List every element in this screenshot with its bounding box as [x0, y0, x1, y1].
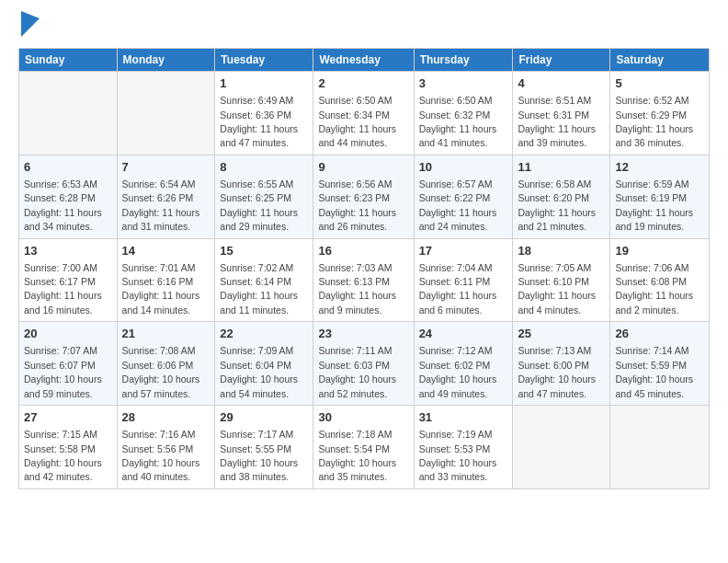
logo: [18, 15, 40, 37]
logo-icon: [21, 11, 40, 37]
header: [18, 15, 710, 37]
calendar-day-cell: 16Sunrise: 7:03 AM Sunset: 6:13 PM Dayli…: [313, 238, 414, 322]
day-info: Sunrise: 7:16 AM Sunset: 5:56 PM Dayligh…: [122, 429, 200, 482]
day-number: 31: [419, 409, 508, 426]
day-number: 10: [419, 159, 508, 176]
day-info: Sunrise: 7:03 AM Sunset: 6:13 PM Dayligh…: [318, 262, 396, 316]
calendar-week-row: 6Sunrise: 6:53 AM Sunset: 6:28 PM Daylig…: [19, 155, 710, 238]
day-number: 24: [419, 326, 508, 342]
calendar-day-cell: 26Sunrise: 7:14 AM Sunset: 5:59 PM Dayli…: [610, 322, 710, 406]
day-number: 19: [615, 243, 704, 259]
day-info: Sunrise: 7:09 AM Sunset: 6:04 PM Dayligh…: [220, 345, 298, 398]
day-number: 8: [220, 159, 308, 176]
calendar-day-cell: 25Sunrise: 7:13 AM Sunset: 6:00 PM Dayli…: [513, 322, 610, 406]
calendar-week-row: 1Sunrise: 6:49 AM Sunset: 6:36 PM Daylig…: [19, 72, 710, 155]
day-number: 30: [318, 409, 408, 426]
day-number: 5: [615, 75, 704, 92]
calendar-day-cell: 6Sunrise: 6:53 AM Sunset: 6:28 PM Daylig…: [19, 155, 118, 238]
day-number: 17: [419, 243, 508, 259]
day-number: 11: [518, 159, 605, 176]
day-info: Sunrise: 7:06 AM Sunset: 6:08 PM Dayligh…: [615, 262, 693, 316]
calendar-day-cell: [19, 72, 118, 155]
day-number: 4: [518, 75, 605, 92]
day-number: 1: [220, 75, 308, 92]
calendar-day-cell: 10Sunrise: 6:57 AM Sunset: 6:22 PM Dayli…: [414, 155, 513, 238]
weekday-header: Saturday: [610, 49, 710, 72]
calendar-table: SundayMondayTuesdayWednesdayThursdayFrid…: [18, 48, 710, 489]
day-number: 20: [24, 326, 112, 342]
calendar-day-cell: 29Sunrise: 7:17 AM Sunset: 5:55 PM Dayli…: [215, 406, 313, 489]
day-info: Sunrise: 6:50 AM Sunset: 6:32 PM Dayligh…: [419, 95, 497, 148]
day-info: Sunrise: 6:56 AM Sunset: 6:23 PM Dayligh…: [318, 178, 396, 232]
day-info: Sunrise: 7:02 AM Sunset: 6:14 PM Dayligh…: [220, 262, 298, 316]
calendar-day-cell: 22Sunrise: 7:09 AM Sunset: 6:04 PM Dayli…: [215, 322, 313, 406]
day-number: 18: [518, 243, 605, 259]
day-number: 7: [122, 159, 210, 176]
day-number: 12: [615, 159, 704, 176]
calendar-day-cell: 4Sunrise: 6:51 AM Sunset: 6:31 PM Daylig…: [513, 72, 610, 155]
day-number: 9: [318, 159, 408, 176]
calendar-week-row: 27Sunrise: 7:15 AM Sunset: 5:58 PM Dayli…: [19, 406, 710, 489]
day-info: Sunrise: 6:49 AM Sunset: 6:36 PM Dayligh…: [220, 95, 298, 148]
day-number: 23: [318, 326, 408, 342]
day-info: Sunrise: 7:12 AM Sunset: 6:02 PM Dayligh…: [419, 345, 497, 398]
day-info: Sunrise: 6:50 AM Sunset: 6:34 PM Dayligh…: [318, 95, 396, 148]
calendar-day-cell: 21Sunrise: 7:08 AM Sunset: 6:06 PM Dayli…: [117, 322, 215, 406]
calendar-week-row: 20Sunrise: 7:07 AM Sunset: 6:07 PM Dayli…: [19, 322, 710, 406]
weekday-header: Sunday: [19, 49, 118, 72]
day-number: 15: [220, 243, 308, 259]
calendar-day-cell: 15Sunrise: 7:02 AM Sunset: 6:14 PM Dayli…: [215, 238, 313, 322]
calendar-day-cell: 31Sunrise: 7:19 AM Sunset: 5:53 PM Dayli…: [414, 406, 513, 489]
day-info: Sunrise: 7:18 AM Sunset: 5:54 PM Dayligh…: [318, 429, 396, 482]
calendar-day-cell: 28Sunrise: 7:16 AM Sunset: 5:56 PM Dayli…: [117, 406, 215, 489]
weekday-header: Tuesday: [215, 49, 313, 72]
day-number: 25: [518, 326, 605, 342]
calendar-day-cell: [513, 406, 610, 489]
calendar-week-row: 13Sunrise: 7:00 AM Sunset: 6:17 PM Dayli…: [19, 238, 710, 322]
calendar-day-cell: 24Sunrise: 7:12 AM Sunset: 6:02 PM Dayli…: [414, 322, 513, 406]
weekday-header-row: SundayMondayTuesdayWednesdayThursdayFrid…: [19, 49, 710, 72]
day-info: Sunrise: 6:51 AM Sunset: 6:31 PM Dayligh…: [518, 95, 596, 148]
calendar-day-cell: [610, 406, 710, 489]
day-info: Sunrise: 6:59 AM Sunset: 6:19 PM Dayligh…: [615, 178, 693, 232]
day-info: Sunrise: 7:04 AM Sunset: 6:11 PM Dayligh…: [419, 262, 497, 316]
day-info: Sunrise: 6:53 AM Sunset: 6:28 PM Dayligh…: [24, 178, 102, 232]
svg-marker-0: [21, 11, 40, 37]
day-info: Sunrise: 7:13 AM Sunset: 6:00 PM Dayligh…: [518, 345, 596, 398]
day-number: 6: [24, 159, 112, 176]
day-info: Sunrise: 7:11 AM Sunset: 6:03 PM Dayligh…: [318, 345, 396, 398]
day-info: Sunrise: 7:08 AM Sunset: 6:06 PM Dayligh…: [122, 345, 200, 398]
day-info: Sunrise: 7:17 AM Sunset: 5:55 PM Dayligh…: [220, 429, 298, 482]
day-info: Sunrise: 7:05 AM Sunset: 6:10 PM Dayligh…: [518, 262, 596, 316]
day-info: Sunrise: 6:55 AM Sunset: 6:25 PM Dayligh…: [220, 178, 298, 232]
calendar-day-cell: 8Sunrise: 6:55 AM Sunset: 6:25 PM Daylig…: [215, 155, 313, 238]
calendar-day-cell: 18Sunrise: 7:05 AM Sunset: 6:10 PM Dayli…: [513, 238, 610, 322]
day-info: Sunrise: 7:00 AM Sunset: 6:17 PM Dayligh…: [24, 262, 102, 316]
day-info: Sunrise: 6:57 AM Sunset: 6:22 PM Dayligh…: [419, 178, 497, 232]
calendar-day-cell: 23Sunrise: 7:11 AM Sunset: 6:03 PM Dayli…: [313, 322, 414, 406]
day-number: 16: [318, 243, 408, 259]
calendar-day-cell: 7Sunrise: 6:54 AM Sunset: 6:26 PM Daylig…: [117, 155, 215, 238]
weekday-header: Friday: [513, 49, 610, 72]
day-number: 21: [122, 326, 210, 342]
calendar-day-cell: 9Sunrise: 6:56 AM Sunset: 6:23 PM Daylig…: [313, 155, 414, 238]
calendar-day-cell: 1Sunrise: 6:49 AM Sunset: 6:36 PM Daylig…: [215, 72, 313, 155]
day-number: 14: [122, 243, 210, 259]
calendar-day-cell: 13Sunrise: 7:00 AM Sunset: 6:17 PM Dayli…: [19, 238, 118, 322]
day-number: 27: [24, 409, 112, 426]
day-number: 29: [220, 409, 308, 426]
day-info: Sunrise: 6:54 AM Sunset: 6:26 PM Dayligh…: [122, 178, 200, 232]
calendar-day-cell: 30Sunrise: 7:18 AM Sunset: 5:54 PM Dayli…: [313, 406, 414, 489]
calendar-day-cell: [117, 72, 215, 155]
day-number: 26: [615, 326, 704, 342]
day-info: Sunrise: 7:01 AM Sunset: 6:16 PM Dayligh…: [122, 262, 200, 316]
calendar-day-cell: 20Sunrise: 7:07 AM Sunset: 6:07 PM Dayli…: [19, 322, 118, 406]
calendar-day-cell: 12Sunrise: 6:59 AM Sunset: 6:19 PM Dayli…: [610, 155, 710, 238]
calendar-day-cell: 3Sunrise: 6:50 AM Sunset: 6:32 PM Daylig…: [414, 72, 513, 155]
calendar-day-cell: 11Sunrise: 6:58 AM Sunset: 6:20 PM Dayli…: [513, 155, 610, 238]
calendar-day-cell: 19Sunrise: 7:06 AM Sunset: 6:08 PM Dayli…: [610, 238, 710, 322]
day-number: 2: [318, 75, 408, 92]
day-number: 22: [220, 326, 308, 342]
calendar-day-cell: 14Sunrise: 7:01 AM Sunset: 6:16 PM Dayli…: [117, 238, 215, 322]
day-info: Sunrise: 7:07 AM Sunset: 6:07 PM Dayligh…: [24, 345, 102, 398]
